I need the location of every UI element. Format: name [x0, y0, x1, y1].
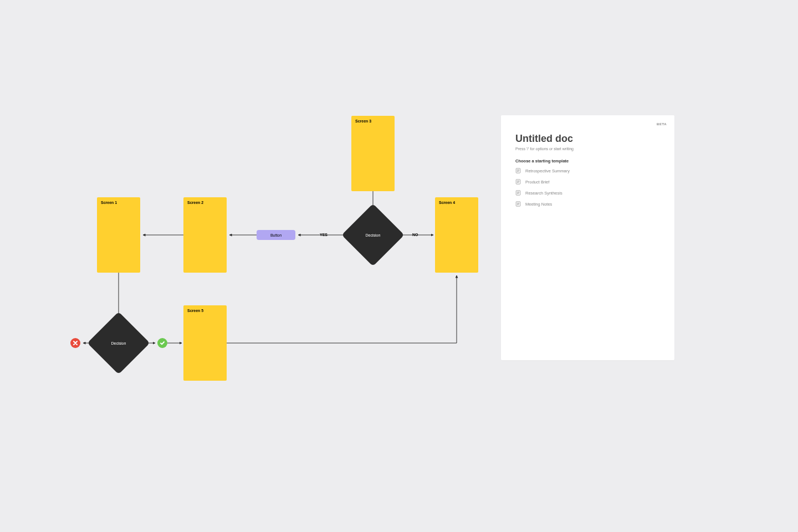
doc-icon — [515, 201, 521, 207]
template-label: Product Brief — [525, 180, 549, 185]
screen-3[interactable]: Screen 3 — [351, 116, 395, 191]
screen-4[interactable]: Screen 4 — [435, 197, 478, 273]
screen-2-label: Screen 2 — [187, 201, 203, 204]
document-panel[interactable]: BETA Untitled doc Press '/' for options … — [501, 115, 674, 360]
template-label: Retrospective Summary — [525, 168, 570, 173]
button-node-label: Button — [270, 233, 282, 237]
screen-5-label: Screen 5 — [187, 309, 203, 313]
template-item-product-brief[interactable]: Product Brief — [515, 179, 660, 185]
template-item-research-synthesis[interactable]: Research Synthesis — [515, 190, 660, 196]
template-section-label: Choose a starting template — [515, 158, 660, 163]
edge-label-no: NO — [412, 233, 418, 237]
decision-2-label: Decision — [96, 321, 141, 365]
template-label: Research Synthesis — [525, 191, 562, 196]
decision-1-label: Decision — [351, 213, 395, 257]
doc-title[interactable]: Untitled doc — [515, 133, 660, 145]
template-item-meeting-notes[interactable]: Meeting Notes — [515, 201, 660, 207]
template-list: Retrospective Summary Product Brief Rese… — [515, 168, 660, 207]
approve-icon — [157, 338, 167, 348]
template-label: Meeting Notes — [525, 202, 552, 207]
decision-node-2[interactable]: Decision — [96, 321, 141, 365]
doc-hint: Press '/' for options or start writing — [515, 147, 660, 151]
button-node[interactable]: Button — [257, 230, 295, 240]
doc-icon — [515, 179, 521, 185]
screen-1[interactable]: Screen 1 — [97, 197, 140, 273]
decision-node-1[interactable]: Decision — [351, 213, 395, 257]
doc-icon — [515, 168, 521, 173]
beta-badge: BETA — [657, 122, 667, 126]
screen-1-label: Screen 1 — [101, 201, 117, 204]
flowchart-canvas[interactable]: Screen 1 Screen 2 Screen 3 Screen 4 Scre… — [0, 0, 798, 532]
screen-3-label: Screen 3 — [355, 119, 371, 123]
template-item-retrospective[interactable]: Retrospective Summary — [515, 168, 660, 173]
screen-5[interactable]: Screen 5 — [183, 305, 227, 381]
screen-4-label: Screen 4 — [439, 201, 455, 204]
edge-label-yes: YES — [320, 233, 328, 237]
doc-icon — [515, 190, 521, 196]
reject-icon — [70, 338, 80, 348]
screen-2[interactable]: Screen 2 — [183, 197, 227, 273]
